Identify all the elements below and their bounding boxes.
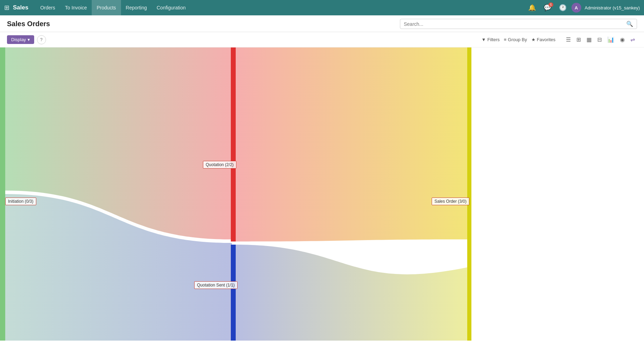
nav-configuration[interactable]: Configuration [152,0,190,15]
search-input[interactable] [404,21,626,27]
nav-to-invoice[interactable]: To Invoice [60,0,92,15]
nav-right: 🔔 💬6 🕐 A Administrator (v15_sankey) [525,2,640,13]
label-initiation[interactable]: Initiation (0/3) [5,198,36,205]
node-quotation-bar[interactable] [231,47,236,241]
sankey-view-button[interactable]: ⇌ [628,35,637,44]
label-sales-order[interactable]: Sales Order (3/0) [432,198,469,205]
list-view-button[interactable]: ☰ [564,35,573,44]
view-icons: ☰ ⊞ ▦ ⊟ 📊 ◉ ⇌ [564,35,637,44]
page-title: Sales Orders [7,20,50,28]
top-navigation: ⊞ Sales Orders To Invoice Products Repor… [0,0,644,15]
label-quotation-sent[interactable]: Quotation Sent (1/1) [194,281,237,289]
search-icon[interactable]: 🔍 [626,21,633,27]
filters-button[interactable]: ▼ Filters [482,37,500,42]
node-qsent-bar[interactable] [231,245,236,341]
chart-view-button[interactable]: 📊 [605,35,616,44]
chart-area: Initiation (0/3) Quotation (2/2) Quotati… [0,47,644,341]
search-bar: 🔍 [400,19,637,29]
chat-icon[interactable]: 💬6 [541,2,554,13]
grid-icon[interactable]: ⊞ [4,4,9,12]
chat-badge: 6 [548,2,553,7]
flow-qsent-so [236,245,467,341]
toolbar-right: ▼ Filters ≡ Group By ★ Favorites ☰ ⊞ ▦ ⊟… [482,35,637,44]
dot-view-button[interactable]: ◉ [618,35,627,44]
node-initiation[interactable] [0,47,5,341]
display-button[interactable]: Display ▾ [7,35,34,44]
sub-header: Sales Orders 🔍 [0,15,644,32]
group-by-button[interactable]: ≡ Group By [504,37,527,42]
label-quotation[interactable]: Quotation (2/2) [203,161,236,169]
brand-label[interactable]: Sales [13,4,28,11]
avatar: A [571,3,581,13]
nav-orders[interactable]: Orders [35,0,60,15]
table-view-button[interactable]: ⊟ [595,35,604,44]
bell-icon[interactable]: 🔔 [525,2,539,13]
toolbar: Display ▾ ? ▼ Filters ≡ Group By ★ Favor… [0,32,644,47]
sankey-svg [0,47,644,341]
nav-reporting[interactable]: Reporting [121,0,152,15]
node-salesorder[interactable] [467,47,471,341]
nav-items: Orders To Invoice Products Reporting Con… [35,0,525,15]
user-label[interactable]: Administrator (v15_sankey) [585,5,640,10]
clock-icon[interactable]: 🕐 [556,2,569,13]
flow-quotation-so [236,47,467,241]
kanban-view-button[interactable]: ⊞ [574,35,583,44]
help-button[interactable]: ? [37,35,46,44]
right-blank [471,47,644,341]
calendar-view-button[interactable]: ▦ [584,35,594,44]
favorites-button[interactable]: ★ Favorites [531,37,555,42]
toolbar-left: Display ▾ ? [7,35,46,44]
nav-products[interactable]: Products [92,0,121,15]
